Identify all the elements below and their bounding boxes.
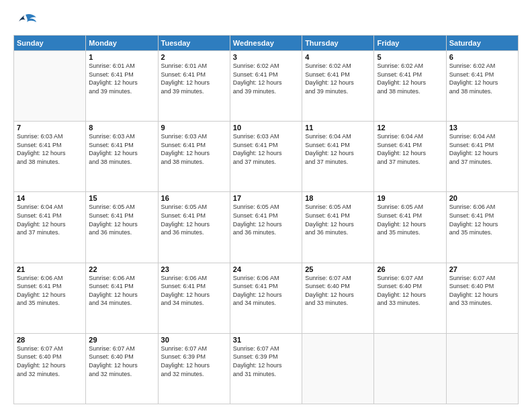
calendar-cell: 4Sunrise: 6:02 AM Sunset: 6:41 PM Daylig… <box>302 51 374 122</box>
calendar-week-3: 14Sunrise: 6:04 AM Sunset: 6:41 PM Dayli… <box>14 192 519 263</box>
calendar-cell: 9Sunrise: 6:03 AM Sunset: 6:41 PM Daylig… <box>158 122 230 192</box>
day-number: 18 <box>305 194 371 202</box>
calendar-week-1: 1Sunrise: 6:01 AM Sunset: 6:41 PM Daylig… <box>14 51 519 122</box>
day-number: 17 <box>233 194 299 202</box>
calendar-table: SundayMondayTuesdayWednesdayThursdayFrid… <box>13 35 519 404</box>
calendar-cell <box>374 333 446 404</box>
calendar-cell: 31Sunrise: 6:07 AM Sunset: 6:39 PM Dayli… <box>230 333 302 404</box>
day-number: 5 <box>377 53 443 61</box>
day-info: Sunrise: 6:05 AM Sunset: 6:41 PM Dayligh… <box>161 203 227 236</box>
calendar-header-saturday: Saturday <box>446 36 518 51</box>
day-number: 20 <box>449 194 515 202</box>
calendar-cell: 10Sunrise: 6:03 AM Sunset: 6:41 PM Dayli… <box>230 122 302 192</box>
day-info: Sunrise: 6:01 AM Sunset: 6:41 PM Dayligh… <box>161 62 227 95</box>
day-info: Sunrise: 6:02 AM Sunset: 6:41 PM Dayligh… <box>377 62 443 95</box>
calendar-cell: 26Sunrise: 6:07 AM Sunset: 6:40 PM Dayli… <box>374 263 446 333</box>
day-number: 4 <box>305 53 371 61</box>
day-number: 26 <box>377 265 443 273</box>
header <box>13 12 519 31</box>
day-info: Sunrise: 6:04 AM Sunset: 6:41 PM Dayligh… <box>449 132 515 166</box>
day-info: Sunrise: 6:06 AM Sunset: 6:41 PM Dayligh… <box>233 274 299 308</box>
calendar-cell <box>446 333 518 404</box>
calendar-cell: 3Sunrise: 6:02 AM Sunset: 6:41 PM Daylig… <box>230 51 302 122</box>
day-number: 13 <box>449 124 515 132</box>
calendar-header-wednesday: Wednesday <box>230 36 302 51</box>
calendar-week-5: 28Sunrise: 6:07 AM Sunset: 6:40 PM Dayli… <box>14 333 519 404</box>
calendar-cell: 1Sunrise: 6:01 AM Sunset: 6:41 PM Daylig… <box>86 51 158 122</box>
day-info: Sunrise: 6:07 AM Sunset: 6:40 PM Dayligh… <box>17 345 83 378</box>
day-info: Sunrise: 6:03 AM Sunset: 6:41 PM Dayligh… <box>233 132 299 166</box>
calendar-cell: 22Sunrise: 6:06 AM Sunset: 6:41 PM Dayli… <box>86 263 158 333</box>
day-info: Sunrise: 6:03 AM Sunset: 6:41 PM Dayligh… <box>17 132 83 166</box>
day-info: Sunrise: 6:04 AM Sunset: 6:41 PM Dayligh… <box>377 132 443 166</box>
calendar-cell: 11Sunrise: 6:04 AM Sunset: 6:41 PM Dayli… <box>302 122 374 192</box>
day-number: 8 <box>89 124 154 132</box>
day-info: Sunrise: 6:06 AM Sunset: 6:41 PM Dayligh… <box>17 274 83 308</box>
calendar-cell: 13Sunrise: 6:04 AM Sunset: 6:41 PM Dayli… <box>446 122 518 192</box>
day-info: Sunrise: 6:03 AM Sunset: 6:41 PM Dayligh… <box>89 132 154 166</box>
day-number: 7 <box>17 124 83 132</box>
day-info: Sunrise: 6:06 AM Sunset: 6:41 PM Dayligh… <box>449 203 515 236</box>
day-info: Sunrise: 6:07 AM Sunset: 6:39 PM Dayligh… <box>161 345 227 378</box>
day-number: 21 <box>17 265 83 273</box>
calendar-cell: 14Sunrise: 6:04 AM Sunset: 6:41 PM Dayli… <box>14 192 86 263</box>
calendar-header-monday: Monday <box>86 36 158 51</box>
day-number: 9 <box>161 124 227 132</box>
day-number: 14 <box>17 194 83 202</box>
calendar-header-friday: Friday <box>374 36 446 51</box>
day-number: 19 <box>377 194 443 202</box>
calendar-cell: 12Sunrise: 6:04 AM Sunset: 6:41 PM Dayli… <box>374 122 446 192</box>
day-info: Sunrise: 6:07 AM Sunset: 6:40 PM Dayligh… <box>89 345 154 378</box>
calendar-header-sunday: Sunday <box>14 36 86 51</box>
day-info: Sunrise: 6:06 AM Sunset: 6:41 PM Dayligh… <box>161 274 227 308</box>
calendar-cell: 27Sunrise: 6:07 AM Sunset: 6:40 PM Dayli… <box>446 263 518 333</box>
calendar-cell: 7Sunrise: 6:03 AM Sunset: 6:41 PM Daylig… <box>14 122 86 192</box>
day-number: 16 <box>161 194 227 202</box>
day-number: 25 <box>305 265 371 273</box>
day-number: 12 <box>377 124 443 132</box>
calendar-cell: 18Sunrise: 6:05 AM Sunset: 6:41 PM Dayli… <box>302 192 374 263</box>
calendar-cell: 2Sunrise: 6:01 AM Sunset: 6:41 PM Daylig… <box>158 51 230 122</box>
calendar-header-tuesday: Tuesday <box>158 36 230 51</box>
day-info: Sunrise: 6:07 AM Sunset: 6:40 PM Dayligh… <box>305 274 371 308</box>
calendar-cell: 16Sunrise: 6:05 AM Sunset: 6:41 PM Dayli… <box>158 192 230 263</box>
day-number: 6 <box>449 53 515 61</box>
day-number: 22 <box>89 265 154 273</box>
day-info: Sunrise: 6:04 AM Sunset: 6:41 PM Dayligh… <box>17 203 83 236</box>
day-info: Sunrise: 6:05 AM Sunset: 6:41 PM Dayligh… <box>305 203 371 236</box>
calendar-cell: 19Sunrise: 6:05 AM Sunset: 6:41 PM Dayli… <box>374 192 446 263</box>
calendar-header-row: SundayMondayTuesdayWednesdayThursdayFrid… <box>14 36 519 51</box>
day-number: 1 <box>89 53 154 61</box>
calendar-cell: 17Sunrise: 6:05 AM Sunset: 6:41 PM Dayli… <box>230 192 302 263</box>
day-info: Sunrise: 6:02 AM Sunset: 6:41 PM Dayligh… <box>305 62 371 95</box>
day-info: Sunrise: 6:01 AM Sunset: 6:41 PM Dayligh… <box>89 62 154 95</box>
calendar-cell <box>14 51 86 122</box>
day-info: Sunrise: 6:05 AM Sunset: 6:41 PM Dayligh… <box>89 203 154 236</box>
calendar-cell: 6Sunrise: 6:02 AM Sunset: 6:41 PM Daylig… <box>446 51 518 122</box>
calendar-cell: 8Sunrise: 6:03 AM Sunset: 6:41 PM Daylig… <box>86 122 158 192</box>
page: SundayMondayTuesdayWednesdayThursdayFrid… <box>0 0 532 411</box>
calendar-week-2: 7Sunrise: 6:03 AM Sunset: 6:41 PM Daylig… <box>14 122 519 192</box>
day-info: Sunrise: 6:04 AM Sunset: 6:41 PM Dayligh… <box>305 132 371 166</box>
calendar-cell: 21Sunrise: 6:06 AM Sunset: 6:41 PM Dayli… <box>14 263 86 333</box>
day-info: Sunrise: 6:07 AM Sunset: 6:40 PM Dayligh… <box>377 274 443 308</box>
day-info: Sunrise: 6:06 AM Sunset: 6:41 PM Dayligh… <box>89 274 154 308</box>
calendar-cell <box>302 333 374 404</box>
day-number: 24 <box>233 265 299 273</box>
logo <box>13 12 40 31</box>
day-info: Sunrise: 6:02 AM Sunset: 6:41 PM Dayligh… <box>449 62 515 95</box>
day-number: 30 <box>161 336 227 344</box>
day-info: Sunrise: 6:05 AM Sunset: 6:41 PM Dayligh… <box>377 203 443 236</box>
day-number: 23 <box>161 265 227 273</box>
calendar-cell: 25Sunrise: 6:07 AM Sunset: 6:40 PM Dayli… <box>302 263 374 333</box>
calendar-cell: 29Sunrise: 6:07 AM Sunset: 6:40 PM Dayli… <box>86 333 158 404</box>
calendar-cell: 5Sunrise: 6:02 AM Sunset: 6:41 PM Daylig… <box>374 51 446 122</box>
day-info: Sunrise: 6:07 AM Sunset: 6:39 PM Dayligh… <box>233 345 299 378</box>
calendar-cell: 24Sunrise: 6:06 AM Sunset: 6:41 PM Dayli… <box>230 263 302 333</box>
day-number: 27 <box>449 265 515 273</box>
day-info: Sunrise: 6:07 AM Sunset: 6:40 PM Dayligh… <box>449 274 515 308</box>
day-number: 2 <box>161 53 227 61</box>
calendar-cell: 15Sunrise: 6:05 AM Sunset: 6:41 PM Dayli… <box>86 192 158 263</box>
calendar-cell: 20Sunrise: 6:06 AM Sunset: 6:41 PM Dayli… <box>446 192 518 263</box>
day-number: 31 <box>233 336 299 344</box>
